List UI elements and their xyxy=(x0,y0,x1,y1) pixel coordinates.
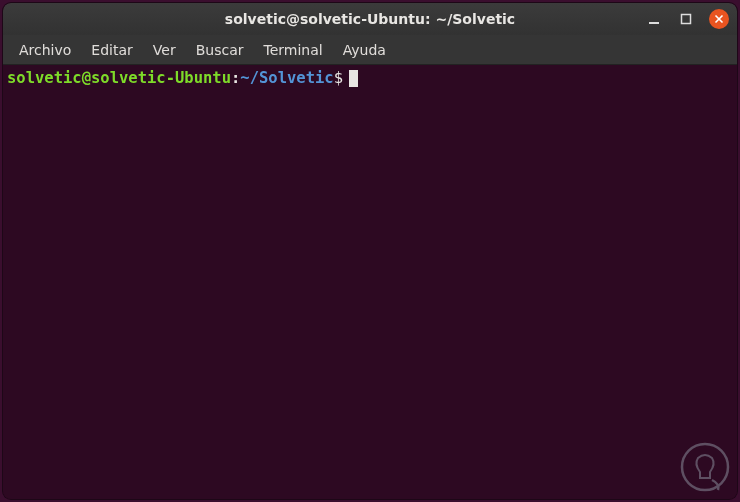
prompt-symbol: $ xyxy=(334,69,343,88)
minimize-button[interactable] xyxy=(645,10,663,28)
maximize-icon xyxy=(680,13,692,25)
titlebar[interactable]: solvetic@solvetic-Ubuntu: ~/Solvetic xyxy=(3,3,737,35)
window-controls xyxy=(645,9,729,29)
prompt-colon: : xyxy=(231,69,240,88)
svg-point-4 xyxy=(682,444,728,490)
watermark-logo xyxy=(680,442,730,492)
close-button[interactable] xyxy=(709,9,729,29)
prompt-path: ~/Solvetic xyxy=(240,69,333,88)
menu-ayuda[interactable]: Ayuda xyxy=(335,38,394,62)
prompt-line: solvetic@solvetic-Ubuntu:~/Solvetic$ xyxy=(7,69,733,88)
svg-rect-1 xyxy=(682,15,691,24)
window-title: solvetic@solvetic-Ubuntu: ~/Solvetic xyxy=(225,11,515,27)
terminal-window: solvetic@solvetic-Ubuntu: ~/Solvetic Ar xyxy=(3,3,737,499)
minimize-icon xyxy=(648,13,660,25)
svg-rect-0 xyxy=(649,22,659,24)
menu-ver[interactable]: Ver xyxy=(145,38,184,62)
menubar: Archivo Editar Ver Buscar Terminal Ayuda xyxy=(3,35,737,65)
close-icon xyxy=(714,14,724,24)
lightbulb-icon xyxy=(680,442,730,492)
menu-archivo[interactable]: Archivo xyxy=(11,38,79,62)
menu-editar[interactable]: Editar xyxy=(83,38,140,62)
maximize-button[interactable] xyxy=(677,10,695,28)
menu-terminal[interactable]: Terminal xyxy=(255,38,330,62)
menu-buscar[interactable]: Buscar xyxy=(188,38,252,62)
prompt-user-host: solvetic@solvetic-Ubuntu xyxy=(7,69,231,88)
cursor xyxy=(349,70,358,87)
terminal-body[interactable]: solvetic@solvetic-Ubuntu:~/Solvetic$ xyxy=(3,65,737,499)
